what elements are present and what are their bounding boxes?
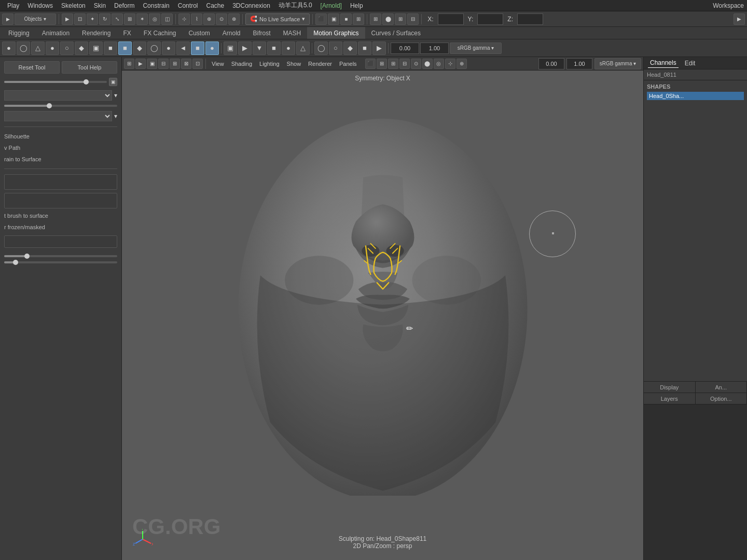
gamma-value1[interactable] bbox=[391, 43, 419, 54]
sculpt-spray-btn[interactable]: ▣ bbox=[89, 41, 103, 55]
display-wire-btn[interactable]: ▣ bbox=[224, 41, 237, 55]
menu-help[interactable]: Help bbox=[346, 1, 367, 10]
menu-play[interactable]: Play bbox=[3, 1, 23, 10]
vp-camera2-btn[interactable]: ⬛ bbox=[365, 59, 376, 69]
sculpt-active-btn[interactable]: ■ bbox=[118, 41, 132, 55]
brush-size-btn[interactable]: ◯ bbox=[314, 41, 328, 55]
tab-mash[interactable]: MASH bbox=[277, 27, 308, 39]
vp-grid-btn[interactable]: ⊞ bbox=[170, 59, 180, 69]
tab-fx[interactable]: FX bbox=[117, 27, 137, 39]
layers-tab[interactable]: Layers bbox=[644, 393, 696, 404]
slider-1-track[interactable] bbox=[4, 81, 107, 83]
tab-arnold[interactable]: Arnold bbox=[216, 27, 247, 39]
tab-animation[interactable]: Animation bbox=[36, 27, 76, 39]
soft-select-btn[interactable]: ◎ bbox=[149, 13, 160, 25]
text-input-1[interactable] bbox=[4, 174, 117, 190]
sculpt-active3-btn[interactable]: ● bbox=[205, 41, 219, 55]
vp-menu-renderer[interactable]: Renderer bbox=[305, 60, 335, 68]
snap-grid-btn[interactable]: ⊹ bbox=[178, 13, 190, 25]
vp-play-btn[interactable]: ▶ bbox=[135, 59, 146, 69]
hyper-btn[interactable]: ⊞ bbox=[395, 13, 406, 25]
sculpt-relax-btn[interactable]: △ bbox=[31, 41, 45, 55]
slider-2-track[interactable] bbox=[4, 105, 117, 107]
tab-fx-caching[interactable]: FX Caching bbox=[137, 27, 183, 39]
input-row-3[interactable] bbox=[4, 235, 117, 248]
tab-rigging[interactable]: Rigging bbox=[2, 27, 36, 39]
select-tool-btn[interactable]: ▶ bbox=[62, 13, 73, 25]
display-tab[interactable]: Display bbox=[644, 382, 696, 393]
sculpt-wax-btn[interactable]: ◆ bbox=[133, 41, 146, 55]
z-coord-field[interactable] bbox=[517, 13, 543, 25]
tab-custom[interactable]: Custom bbox=[183, 27, 216, 39]
gamma-value2[interactable] bbox=[420, 43, 449, 54]
vp-menu-show[interactable]: Show bbox=[284, 60, 305, 68]
display-options-btn[interactable]: ▼ bbox=[253, 41, 266, 55]
move-tool-btn[interactable]: ✦ bbox=[87, 13, 98, 25]
shapes-item[interactable]: Head_0Sha... bbox=[647, 92, 744, 100]
sculpt-knife-btn[interactable]: ◄ bbox=[176, 41, 190, 55]
menu-cache[interactable]: Cache bbox=[202, 1, 228, 10]
sculpt-pinch-btn[interactable]: ● bbox=[46, 41, 59, 55]
channels-tab[interactable]: Channels bbox=[648, 58, 679, 68]
y-coord-field[interactable] bbox=[477, 13, 503, 25]
menu-tools[interactable]: 动羊工具5.0 bbox=[274, 0, 316, 11]
menu-deform[interactable]: Deform bbox=[110, 1, 139, 10]
text-input-2[interactable] bbox=[4, 193, 117, 208]
vp-camera-btn[interactable]: ⊞ bbox=[124, 59, 134, 69]
vp-val1[interactable] bbox=[538, 58, 564, 69]
dropdown-2[interactable] bbox=[4, 111, 112, 121]
transform-tool-btn[interactable]: ⊞ bbox=[124, 13, 135, 25]
tab-bifrost[interactable]: Bifrost bbox=[247, 27, 277, 39]
gamma-dropdown[interactable]: sRGB gamma ▾ bbox=[450, 43, 502, 54]
reset-tool-btn[interactable]: Reset Tool bbox=[4, 61, 60, 74]
tab-curves-surfaces[interactable]: Curves / Surfaces bbox=[365, 27, 427, 39]
menu-constrain[interactable]: Constrain bbox=[139, 1, 173, 10]
sculpt-fill-btn[interactable]: ● bbox=[162, 41, 175, 55]
tool-help-btn[interactable]: Tool Help bbox=[62, 61, 117, 74]
tab-motion-graphics[interactable]: Motion Graphics bbox=[307, 27, 365, 39]
vp-camera4-btn[interactable]: ⊞ bbox=[388, 59, 398, 69]
universal-tool-btn[interactable]: ✶ bbox=[136, 13, 148, 25]
vp-gamma-btn[interactable]: sRGB gamma ▾ bbox=[594, 58, 641, 69]
lasso-select-btn[interactable]: ⊡ bbox=[74, 13, 86, 25]
vp-wire-btn[interactable]: ⊠ bbox=[181, 59, 191, 69]
options-tab[interactable]: Option... bbox=[696, 393, 748, 404]
snap-btn[interactable]: ◫ bbox=[161, 13, 173, 25]
arnold-render-btn[interactable]: ▶ bbox=[734, 13, 745, 25]
sculpt-smooth-btn[interactable]: ◯ bbox=[17, 41, 30, 55]
sculpt-repeat-btn[interactable]: ■ bbox=[104, 41, 117, 55]
rotate-tool-btn[interactable]: ↻ bbox=[99, 13, 110, 25]
isolate-btn[interactable]: ● bbox=[282, 41, 295, 55]
snap-curve-btn[interactable]: ⌇ bbox=[191, 13, 202, 25]
vp-camera3-btn[interactable]: ⊞ bbox=[377, 59, 387, 69]
step-btn[interactable]: ■ bbox=[358, 41, 371, 55]
vp-val2[interactable] bbox=[566, 58, 592, 69]
vp-menu-panels[interactable]: Panels bbox=[336, 60, 360, 68]
menu-skin[interactable]: Skin bbox=[90, 1, 110, 10]
vp-shaded-btn[interactable]: ⊡ bbox=[192, 59, 203, 69]
render-btn[interactable]: ▣ bbox=[328, 13, 339, 25]
snap-point-btn[interactable]: ⊕ bbox=[203, 13, 215, 25]
sculpt-scrape-btn[interactable]: ◯ bbox=[147, 41, 161, 55]
render3-btn[interactable]: ⊞ bbox=[353, 13, 364, 25]
mode-selector[interactable]: ▶ bbox=[2, 13, 13, 25]
vp-opt-btn[interactable]: ⊟ bbox=[158, 59, 169, 69]
vp-step-btn[interactable]: ▣ bbox=[147, 59, 157, 69]
uv-btn[interactable]: ⊞ bbox=[370, 13, 381, 25]
show-freeze-btn[interactable]: △ bbox=[296, 41, 310, 55]
vp-snap2-btn[interactable]: ⊹ bbox=[445, 59, 455, 69]
sculpt-grab-btn[interactable]: ● bbox=[2, 41, 16, 55]
vp-aa-btn[interactable]: ◎ bbox=[434, 59, 444, 69]
snap-surface-btn[interactable]: ⊙ bbox=[216, 13, 227, 25]
x-coord-field[interactable] bbox=[438, 13, 464, 25]
node-btn[interactable]: ⊟ bbox=[407, 13, 419, 25]
display-flat-btn[interactable]: ■ bbox=[267, 41, 281, 55]
undo-stroke-btn[interactable]: ▶ bbox=[372, 41, 386, 55]
edit-tab[interactable]: Edit bbox=[683, 59, 698, 68]
dropdown-1[interactable] bbox=[4, 90, 112, 101]
slider-3-track[interactable] bbox=[4, 255, 117, 257]
viewport-content[interactable]: Symmetry: Object X bbox=[122, 71, 643, 560]
live-surface-btn[interactable]: 🧲 No Live Surface ▾ bbox=[245, 13, 310, 25]
an-tab[interactable]: An... bbox=[696, 382, 748, 393]
snap-options-btn[interactable]: ⊕ bbox=[228, 13, 240, 25]
